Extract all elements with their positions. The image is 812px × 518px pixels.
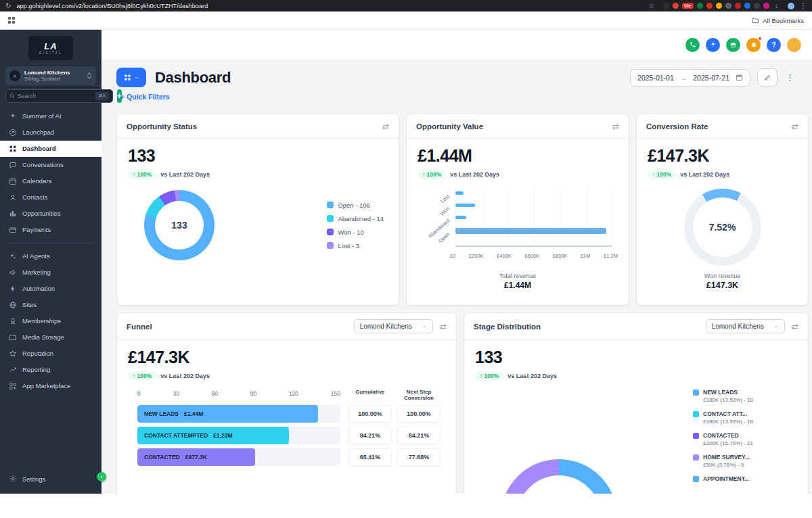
agency-logo: LA DIGITAL — [28, 36, 73, 60]
browser-profile-avatar[interactable] — [788, 3, 794, 9]
extension-icon[interactable] — [673, 3, 679, 9]
sidebar-item-calendars[interactable]: Calendars — [0, 173, 102, 189]
cards-row-2: Funnel Lomond Kitchens ⇄ £147.3K ↑ 1 — [116, 312, 809, 494]
sidebar-item-label: Settings — [22, 475, 45, 483]
bar-won — [455, 204, 475, 207]
extension-icon[interactable] — [754, 3, 760, 9]
sidebar-item-label: Launchpad — [22, 128, 54, 136]
sidebar-item-summer-of-ai[interactable]: Summer of AI — [0, 108, 102, 124]
sidebar-item-media-storage[interactable]: Media Storage — [0, 329, 102, 346]
sidebar-item-memberships[interactable]: Memberships — [0, 313, 102, 329]
metric-value: 133 — [475, 348, 797, 367]
funnel-x-axis: 0 30 60 90 120 150 — [137, 389, 340, 405]
account-switcher[interactable]: Lomond Kitchens Stirling, Scotland — [5, 66, 96, 85]
extension-icon[interactable] — [663, 3, 669, 9]
dashboard-switcher-button[interactable] — [116, 68, 146, 87]
extension-icon[interactable] — [763, 3, 769, 9]
sidebar-collapse-button[interactable]: ‹ — [97, 472, 106, 481]
sidebar: LA DIGITAL Lomond Kitchens Stirling, Sco… — [0, 30, 102, 494]
sidebar-item-sites[interactable]: Sites — [0, 297, 102, 313]
won-revenue: Won revenue £147.3K — [648, 273, 797, 290]
sidebar-item-label: Reputation — [22, 350, 53, 357]
logo-subtext: DIGITAL — [39, 51, 63, 55]
next-step-header: Next Step Conversion — [397, 389, 441, 405]
extension-icon[interactable] — [725, 3, 731, 9]
legend-item: Abandoned - 14 — [327, 215, 384, 222]
card-title: Funnel — [127, 323, 152, 331]
download-icon[interactable]: ↓ — [775, 3, 778, 9]
next-step-cell: 77.68% — [397, 448, 441, 466]
search-input[interactable] — [18, 93, 93, 99]
user-icon — [9, 193, 17, 202]
card-title: Stage Distribution — [474, 323, 541, 331]
funnel-row: CONTACT ATTEMPTED£1.23M — [137, 427, 340, 444]
extension-icon[interactable] — [697, 3, 703, 9]
compare-icon[interactable]: ⇄ — [792, 322, 798, 331]
sidebar-item-marketing[interactable]: Marketing — [0, 264, 102, 281]
chrome-menu-icon[interactable]: ⋮ — [800, 3, 807, 9]
quick-add-button[interactable]: + — [117, 89, 122, 103]
extension-icon[interactable] — [735, 3, 741, 9]
funnel-columns: Cumulative 100.00% 84.21% 65.41% Next St… — [348, 389, 441, 470]
account-avatar — [9, 70, 20, 81]
date-range-picker[interactable]: 2025-01-01 → 2025-07-21 — [630, 69, 750, 87]
stage-filter-select[interactable]: Lomond Kitchens — [706, 319, 785, 333]
more-options-button[interactable]: ⋮ — [784, 72, 796, 83]
all-bookmarks[interactable]: All Bookmarks — [752, 17, 804, 24]
credit-card-icon — [9, 226, 17, 234]
edit-dashboard-button[interactable] — [757, 68, 777, 87]
sidebar-item-label: Contacts — [22, 193, 48, 201]
compare-period: vs Last 202 Days — [508, 373, 557, 379]
sidebar-item-reporting[interactable]: Reporting — [0, 362, 102, 378]
cumulative-cell: 84.21% — [348, 427, 392, 444]
legend-swatch — [327, 242, 334, 249]
compare-icon[interactable]: ⇄ — [612, 122, 619, 131]
sidebar-item-label: Dashboard — [22, 145, 56, 152]
sidebar-item-dashboard[interactable]: Dashboard — [0, 141, 102, 157]
extension-icon[interactable] — [706, 3, 713, 9]
compare-icon[interactable]: ⇄ — [440, 322, 447, 331]
search-box[interactable]: ⌘K — [5, 89, 113, 103]
sidebar-item-payments[interactable]: Payments — [0, 222, 102, 238]
help-button[interactable]: ? — [767, 38, 781, 52]
chevron-down-icon — [422, 324, 427, 329]
sidebar-item-automation[interactable]: Automation — [0, 281, 102, 297]
quick-filters-link[interactable]: + Quick Filters — [120, 93, 812, 101]
sidebar-nav: Summer of AI Launchpad Dashboard Convers… — [0, 108, 102, 238]
sparkles-icon — [9, 112, 17, 120]
gear-icon — [9, 475, 17, 483]
compare-icon[interactable]: ⇄ — [792, 122, 798, 131]
sidebar-item-contacts[interactable]: Contacts — [0, 189, 102, 206]
metric-value: £147.3K — [648, 146, 797, 166]
sidebar-item-reputation[interactable]: Reputation — [0, 346, 102, 362]
extension-title-badge[interactable]: title — [682, 3, 694, 9]
logo-text: LA — [44, 42, 57, 51]
sidebar-item-launchpad[interactable]: Launchpad — [0, 124, 102, 141]
sidebar-item-ai-agents[interactable]: AI Agents — [0, 248, 102, 264]
grid-icon — [124, 74, 131, 81]
bookmark-star-icon[interactable]: ☆ — [648, 3, 654, 9]
reload-icon[interactable]: ↻ — [5, 3, 11, 9]
apps-grid-icon[interactable] — [8, 17, 15, 24]
card-title: Opportunity Status — [127, 122, 197, 131]
launch-icon — [9, 128, 17, 137]
address-bar[interactable]: app.gohighlevel.com/v2/location/BU0hsj8f… — [16, 3, 208, 9]
apps-button[interactable] — [706, 38, 720, 52]
notifications-button[interactable] — [746, 38, 761, 52]
metric-value: 133 — [128, 146, 388, 166]
extension-icon[interactable] — [744, 3, 750, 9]
academy-button[interactable] — [726, 38, 740, 52]
phone-button[interactable] — [685, 38, 700, 52]
sidebar-item-app-marketplace[interactable]: App Marketplace — [0, 378, 102, 394]
compare-icon[interactable]: ⇄ — [382, 122, 389, 131]
sidebar-item-settings[interactable]: Settings — [0, 471, 102, 487]
sidebar-item-conversations[interactable]: Conversations — [0, 157, 102, 173]
donut-center-value: 133 — [144, 190, 215, 260]
next-step-cell: 100.00% — [397, 405, 441, 423]
marketplace-icon — [9, 382, 17, 390]
screen: ↻ app.gohighlevel.com/v2/location/BU0hsj… — [0, 0, 812, 518]
extension-icon[interactable] — [716, 3, 722, 9]
sidebar-item-opportunities[interactable]: Opportunities — [0, 206, 102, 222]
funnel-filter-select[interactable]: Lomond Kitchens — [354, 319, 433, 333]
user-avatar[interactable] — [787, 38, 801, 52]
